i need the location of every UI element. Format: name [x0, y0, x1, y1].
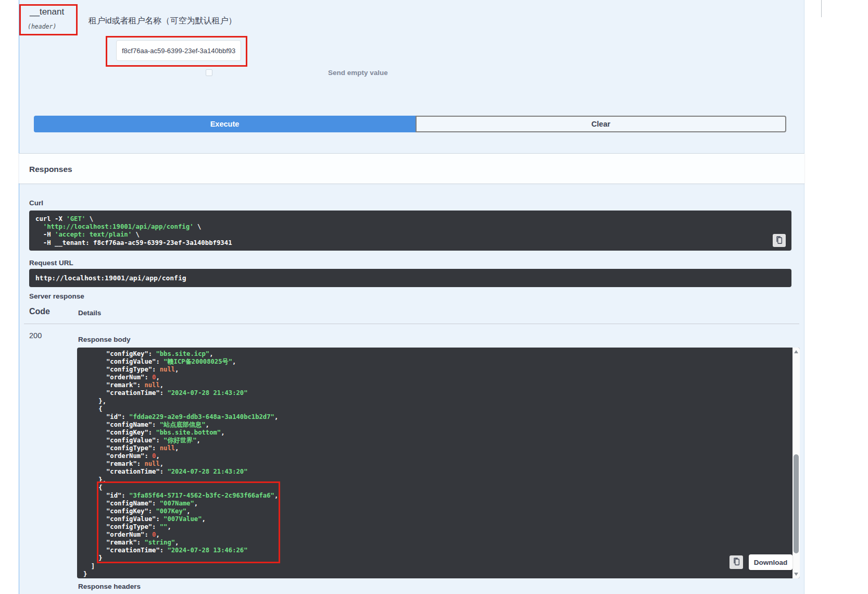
parameter-name: __tenant	[30, 7, 64, 17]
response-body-label: Response body	[78, 336, 131, 343]
responses-title: Responses	[29, 165, 72, 174]
response-body-block[interactable]: "configKey": "bbs.site.icp", "configValu…	[77, 348, 800, 578]
scroll-up-arrow-icon[interactable]	[794, 350, 798, 353]
clear-button[interactable]: Clear	[416, 116, 786, 132]
tenant-input[interactable]	[116, 40, 241, 61]
parameter-location: (header)	[28, 23, 56, 30]
curl-command-block: curl -X 'GET' \ 'http://localhost:19001/…	[29, 211, 791, 251]
details-column-header: Details	[78, 309, 101, 317]
server-response-label: Server response	[29, 292, 84, 300]
code-column-header: Code	[29, 307, 50, 316]
download-button[interactable]: Download	[749, 554, 792, 570]
copy-curl-button[interactable]	[773, 234, 786, 247]
clipboard-icon	[775, 236, 783, 245]
response-table-divider	[24, 324, 799, 324]
top-right-divider	[821, 0, 822, 17]
scroll-down-arrow-icon[interactable]	[794, 573, 798, 576]
send-empty-value-checkbox[interactable]	[206, 69, 212, 76]
copy-response-button[interactable]	[729, 555, 743, 569]
send-empty-value-label: Send empty value	[328, 69, 388, 77]
parameter-description: 租户id或者租户名称（可空为默认租户）	[89, 16, 236, 27]
execute-button[interactable]: Execute	[34, 116, 416, 132]
responses-section-header: Responses	[19, 153, 804, 183]
response-body-json: "configKey": "bbs.site.icp", "configValu…	[83, 350, 792, 578]
clipboard-icon	[733, 558, 740, 567]
scrollbar-thumb[interactable]	[794, 454, 799, 553]
swagger-operation-page: __tenant (header) 租户id或者租户名称（可空为默认租户） Se…	[0, 0, 868, 594]
request-url-text: http://localhost:19001/api/app/config	[35, 274, 186, 282]
response-headers-label: Response headers	[78, 583, 141, 590]
request-url-label: Request URL	[29, 259, 73, 267]
curl-label: Curl	[29, 199, 43, 207]
curl-command-text: curl -X 'GET' \ 'http://localhost:19001/…	[35, 215, 785, 247]
request-url-block: http://localhost:19001/api/app/config	[29, 269, 791, 287]
status-code: 200	[29, 331, 42, 340]
response-body-scrollbar[interactable]	[792, 348, 800, 578]
